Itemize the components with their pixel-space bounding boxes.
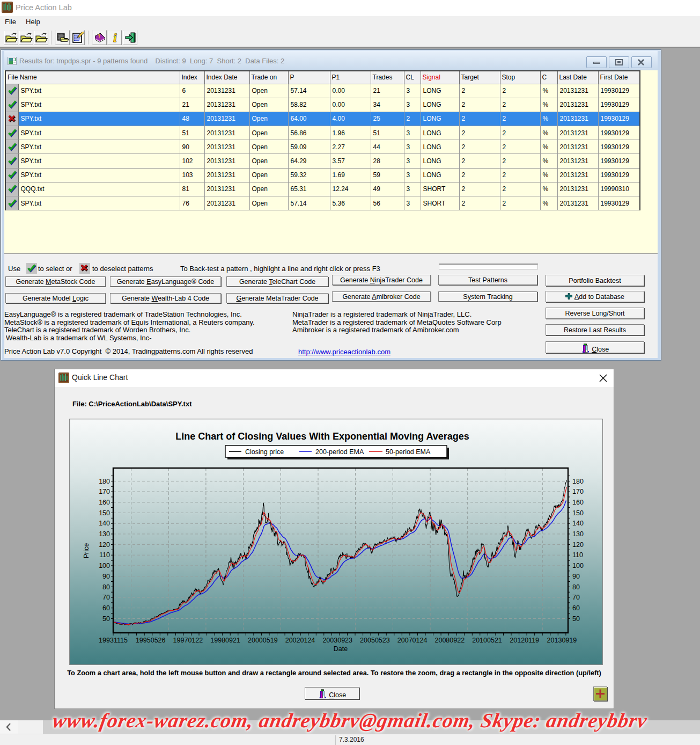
svg-text:160: 160 [99, 499, 110, 506]
svg-text:170: 170 [99, 488, 110, 495]
svg-text:Line Chart of Closing Values W: Line Chart of Closing Values With Expone… [175, 431, 469, 442]
svg-text:60: 60 [572, 604, 580, 612]
svg-text:180: 180 [572, 478, 584, 485]
svg-text:90: 90 [572, 573, 580, 580]
svg-text:80: 80 [102, 583, 110, 591]
svg-text:19980921: 19980921 [210, 637, 240, 644]
svg-text:Date: Date [334, 645, 348, 653]
svg-text:80: 80 [572, 583, 580, 591]
svg-text:20120119: 20120119 [510, 637, 539, 644]
svg-text:50: 50 [102, 615, 110, 623]
svg-text:70: 70 [102, 594, 110, 601]
svg-text:i: i [113, 32, 117, 43]
svg-text:150: 150 [99, 509, 110, 517]
svg-text:100: 100 [99, 562, 110, 569]
svg-text:50-period EMA: 50-period EMA [386, 448, 431, 456]
svg-text:20020124: 20020124 [285, 637, 315, 644]
svg-text:110: 110 [572, 551, 583, 559]
svg-text:60: 60 [102, 604, 110, 612]
svg-text:200-period EMA: 200-period EMA [315, 448, 364, 456]
svg-text:150: 150 [572, 509, 584, 517]
svg-text:120: 120 [572, 541, 584, 549]
svg-text:20070124: 20070124 [397, 637, 428, 644]
svg-text:19950526: 19950526 [136, 637, 166, 644]
svg-text:90: 90 [102, 573, 110, 580]
svg-text:170: 170 [572, 488, 584, 495]
svg-text:50: 50 [572, 615, 580, 623]
svg-text:130: 130 [572, 530, 584, 538]
svg-text:20000519: 20000519 [248, 637, 278, 644]
svg-text:140: 140 [99, 520, 110, 527]
svg-text:180: 180 [99, 478, 110, 485]
svg-text:20080922: 20080922 [434, 637, 465, 644]
svg-text:110: 110 [99, 551, 110, 559]
svg-text:70: 70 [572, 594, 580, 601]
svg-text:20130919: 20130919 [547, 637, 577, 644]
svg-text:19931115: 19931115 [99, 637, 128, 644]
svg-text:20050523: 20050523 [360, 637, 390, 644]
svg-text:19970122: 19970122 [173, 637, 203, 644]
svg-text:20030923: 20030923 [322, 637, 352, 644]
svg-text:100: 100 [572, 562, 584, 569]
svg-text:160: 160 [572, 499, 584, 506]
svg-text:Closing price: Closing price [245, 448, 284, 456]
svg-text:130: 130 [99, 530, 110, 538]
svg-text:140: 140 [572, 520, 584, 527]
svg-text:120: 120 [99, 541, 110, 549]
svg-text:Price: Price [83, 543, 90, 559]
svg-text:20100521: 20100521 [472, 637, 502, 644]
